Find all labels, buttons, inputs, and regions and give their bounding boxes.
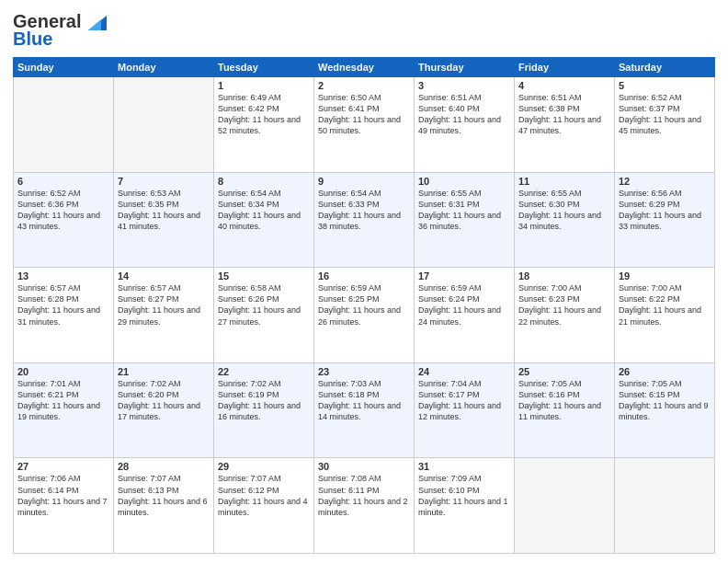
day-number: 4 [518,80,610,91]
calendar-cell: 2Sunrise: 6:50 AMSunset: 6:41 PMDaylight… [314,77,415,173]
day-number: 25 [518,366,610,377]
calendar-cell: 10Sunrise: 6:55 AMSunset: 6:31 PMDayligh… [415,172,515,268]
calendar-week-row: 27Sunrise: 7:06 AMSunset: 6:14 PMDayligh… [14,458,715,554]
calendar-week-row: 20Sunrise: 7:01 AMSunset: 6:21 PMDayligh… [14,362,715,458]
day-number: 3 [418,80,510,91]
day-info: Sunrise: 7:00 AMSunset: 6:23 PMDaylight:… [518,282,610,327]
day-number: 6 [17,176,109,187]
calendar-cell: 15Sunrise: 6:58 AMSunset: 6:26 PMDayligh… [214,268,314,363]
calendar-cell: 27Sunrise: 7:06 AMSunset: 6:14 PMDayligh… [14,458,114,554]
day-info: Sunrise: 7:06 AMSunset: 6:14 PMDaylight:… [17,473,109,518]
day-info: Sunrise: 6:57 AMSunset: 6:28 PMDaylight:… [17,282,109,327]
day-number: 24 [418,366,510,377]
calendar-header-row: SundayMondayTuesdayWednesdayThursdayFrid… [14,58,715,77]
day-info: Sunrise: 6:55 AMSunset: 6:30 PMDaylight:… [518,188,610,233]
calendar-week-row: 6Sunrise: 6:52 AMSunset: 6:36 PMDaylight… [14,172,715,268]
day-info: Sunrise: 7:02 AMSunset: 6:20 PMDaylight:… [118,378,210,423]
calendar-cell: 8Sunrise: 6:54 AMSunset: 6:34 PMDaylight… [214,172,314,268]
day-info: Sunrise: 6:59 AMSunset: 6:24 PMDaylight:… [418,282,510,327]
day-info: Sunrise: 7:07 AMSunset: 6:12 PMDaylight:… [218,473,310,518]
calendar-cell: 22Sunrise: 7:02 AMSunset: 6:19 PMDayligh… [214,362,314,458]
day-number: 11 [518,176,610,187]
logo: General Blue [13,11,110,50]
col-header-wednesday: Wednesday [314,58,415,77]
day-number: 30 [318,461,410,472]
day-number: 26 [619,366,711,377]
calendar-cell: 7Sunrise: 6:53 AMSunset: 6:35 PMDaylight… [114,172,214,268]
svg-marker-1 [88,19,101,30]
calendar-cell [114,77,214,173]
day-info: Sunrise: 7:01 AMSunset: 6:21 PMDaylight:… [17,378,109,423]
logo-blue: Blue [13,29,52,50]
day-info: Sunrise: 6:59 AMSunset: 6:25 PMDaylight:… [318,282,410,327]
day-info: Sunrise: 7:08 AMSunset: 6:11 PMDaylight:… [318,473,410,518]
calendar-cell: 28Sunrise: 7:07 AMSunset: 6:13 PMDayligh… [114,458,214,554]
day-info: Sunrise: 7:09 AMSunset: 6:10 PMDaylight:… [418,473,510,518]
day-number: 8 [218,176,310,187]
day-number: 27 [17,461,109,472]
calendar-cell: 20Sunrise: 7:01 AMSunset: 6:21 PMDayligh… [14,362,114,458]
calendar-cell: 13Sunrise: 6:57 AMSunset: 6:28 PMDayligh… [14,268,114,363]
day-number: 15 [218,270,310,282]
col-header-thursday: Thursday [415,58,515,77]
day-info: Sunrise: 6:58 AMSunset: 6:26 PMDaylight:… [218,282,310,327]
day-info: Sunrise: 6:50 AMSunset: 6:41 PMDaylight:… [318,92,410,137]
day-number: 17 [418,270,510,282]
day-info: Sunrise: 7:07 AMSunset: 6:13 PMDaylight:… [118,473,210,518]
day-number: 16 [318,270,410,282]
day-info: Sunrise: 7:03 AMSunset: 6:18 PMDaylight:… [318,378,410,423]
day-number: 9 [318,176,410,187]
calendar-cell: 24Sunrise: 7:04 AMSunset: 6:17 PMDayligh… [415,362,515,458]
calendar-cell: 14Sunrise: 6:57 AMSunset: 6:27 PMDayligh… [114,268,214,363]
col-header-monday: Monday [114,58,214,77]
day-info: Sunrise: 7:00 AMSunset: 6:22 PMDaylight:… [619,282,711,327]
calendar-cell: 12Sunrise: 6:56 AMSunset: 6:29 PMDayligh… [615,172,715,268]
calendar-table: SundayMondayTuesdayWednesdayThursdayFrid… [13,57,715,554]
calendar-cell: 9Sunrise: 6:54 AMSunset: 6:33 PMDaylight… [314,172,415,268]
day-info: Sunrise: 6:51 AMSunset: 6:40 PMDaylight:… [418,92,510,137]
day-info: Sunrise: 6:52 AMSunset: 6:36 PMDaylight:… [17,188,109,233]
day-number: 31 [418,461,510,472]
day-info: Sunrise: 6:55 AMSunset: 6:31 PMDaylight:… [418,188,510,233]
calendar-week-row: 1Sunrise: 6:49 AMSunset: 6:42 PMDaylight… [14,77,715,173]
col-header-friday: Friday [515,58,615,77]
col-header-sunday: Sunday [14,58,114,77]
day-info: Sunrise: 7:02 AMSunset: 6:19 PMDaylight:… [218,378,310,423]
day-number: 10 [418,176,510,187]
day-number: 21 [118,366,210,377]
calendar-cell: 16Sunrise: 6:59 AMSunset: 6:25 PMDayligh… [314,268,415,363]
calendar-cell [515,458,615,554]
header: General Blue [13,11,715,50]
day-info: Sunrise: 6:53 AMSunset: 6:35 PMDaylight:… [118,188,210,233]
calendar-cell: 30Sunrise: 7:08 AMSunset: 6:11 PMDayligh… [314,458,415,554]
calendar-cell: 25Sunrise: 7:05 AMSunset: 6:16 PMDayligh… [515,362,615,458]
day-number: 1 [218,80,310,91]
calendar-cell: 21Sunrise: 7:02 AMSunset: 6:20 PMDayligh… [114,362,214,458]
calendar-cell: 4Sunrise: 6:51 AMSunset: 6:38 PMDaylight… [515,77,615,173]
day-number: 2 [318,80,410,91]
day-info: Sunrise: 6:54 AMSunset: 6:33 PMDaylight:… [318,188,410,233]
col-header-tuesday: Tuesday [214,58,314,77]
calendar-cell: 1Sunrise: 6:49 AMSunset: 6:42 PMDaylight… [214,77,314,173]
calendar-cell: 31Sunrise: 7:09 AMSunset: 6:10 PMDayligh… [415,458,515,554]
calendar-cell: 5Sunrise: 6:52 AMSunset: 6:37 PMDaylight… [615,77,715,173]
day-info: Sunrise: 6:51 AMSunset: 6:38 PMDaylight:… [518,92,610,137]
calendar-cell: 6Sunrise: 6:52 AMSunset: 6:36 PMDaylight… [14,172,114,268]
calendar-cell: 19Sunrise: 7:00 AMSunset: 6:22 PMDayligh… [615,268,715,363]
day-number: 19 [619,270,711,282]
day-info: Sunrise: 6:54 AMSunset: 6:34 PMDaylight:… [218,188,310,233]
day-number: 23 [318,366,410,377]
page: General Blue SundayMondayTuesdayWednesda… [0,0,728,563]
day-info: Sunrise: 6:49 AMSunset: 6:42 PMDaylight:… [218,92,310,137]
logo-icon [81,12,110,32]
day-number: 18 [518,270,610,282]
calendar-cell [615,458,715,554]
day-number: 13 [17,270,109,282]
day-number: 29 [218,461,310,472]
day-info: Sunrise: 6:57 AMSunset: 6:27 PMDaylight:… [118,282,210,327]
day-number: 5 [619,80,711,91]
calendar-cell: 26Sunrise: 7:05 AMSunset: 6:15 PMDayligh… [615,362,715,458]
calendar-cell: 29Sunrise: 7:07 AMSunset: 6:12 PMDayligh… [214,458,314,554]
calendar-cell: 17Sunrise: 6:59 AMSunset: 6:24 PMDayligh… [415,268,515,363]
calendar-cell: 18Sunrise: 7:00 AMSunset: 6:23 PMDayligh… [515,268,615,363]
